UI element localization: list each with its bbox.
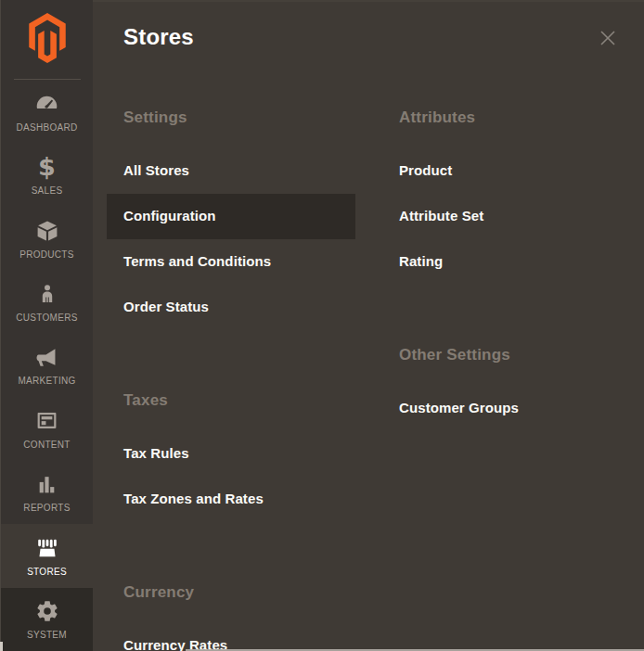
box-icon	[35, 218, 59, 244]
sidebar-item-marketing[interactable]: MARKETING	[1, 334, 93, 397]
currency-list: Currency Rates	[107, 623, 355, 651]
sidebar-item-label: STORES	[27, 567, 67, 577]
sidebar-item-sales[interactable]: $ SALES	[1, 143, 93, 206]
flyout-column-1: Settings All Stores Configuration Terms …	[107, 108, 355, 651]
layout-icon	[35, 408, 58, 434]
flyout-item-order-status[interactable]: Order Status	[107, 285, 355, 330]
section-other-settings: Other Settings Customer Groups	[382, 346, 631, 431]
sidebar-item-label: CUSTOMERS	[16, 313, 77, 323]
close-icon	[598, 28, 618, 48]
flyout-header: Stores	[93, 2, 644, 50]
section-settings: Settings All Stores Configuration Terms …	[107, 108, 355, 330]
gear-icon	[35, 598, 59, 624]
other-settings-list: Customer Groups	[382, 386, 631, 431]
sidebar-nav: DASHBOARD $ SALES PRODUCTS	[1, 80, 93, 651]
stores-flyout-panel: Stores Settings All Stores Configuration…	[93, 0, 644, 651]
megaphone-icon	[35, 344, 59, 370]
admin-sidebar: DASHBOARD $ SALES PRODUCTS	[0, 0, 93, 651]
sidebar-item-label: CONTENT	[23, 440, 70, 450]
sidebar-item-label: REPORTS	[23, 503, 70, 513]
taxes-list: Tax Rules Tax Zones and Rates	[107, 431, 355, 522]
sidebar-item-stores[interactable]: STORES	[1, 524, 93, 587]
section-heading-taxes: Taxes	[123, 391, 355, 410]
flyout-item-tax-zones-and-rates[interactable]: Tax Zones and Rates	[107, 477, 355, 522]
sidebar-item-products[interactable]: PRODUCTS	[1, 207, 93, 270]
sidebar-item-content[interactable]: CONTENT	[1, 397, 93, 460]
storefront-icon	[34, 535, 60, 561]
section-taxes: Taxes Tax Rules Tax Zones and Rates	[107, 391, 355, 522]
sidebar-item-label: DASHBOARD	[16, 122, 77, 133]
section-attributes: Attributes Product Attribute Set Rating	[382, 108, 631, 285]
flyout-item-terms-and-conditions[interactable]: Terms and Conditions	[107, 239, 355, 285]
dashboard-gauge-icon	[34, 91, 59, 117]
flyout-columns: Settings All Stores Configuration Terms …	[93, 108, 644, 651]
sidebar-item-label: SALES	[32, 185, 63, 196]
corner-notch	[0, 642, 3, 651]
sidebar-item-label: SYSTEM	[27, 630, 67, 640]
section-heading-settings: Settings	[123, 108, 355, 127]
sidebar-item-reports[interactable]: REPORTS	[1, 461, 93, 524]
bar-chart-icon	[35, 471, 58, 497]
sidebar-item-customers[interactable]: CUSTOMERS	[1, 270, 93, 333]
flyout-title: Stores	[123, 24, 616, 50]
section-heading-currency: Currency	[123, 583, 355, 602]
settings-list: All Stores Configuration Terms and Condi…	[107, 148, 355, 330]
flyout-column-2: Attributes Product Attribute Set Rating …	[382, 108, 631, 492]
flyout-item-customer-groups[interactable]: Customer Groups	[382, 386, 631, 431]
flyout-item-configuration[interactable]: Configuration	[107, 194, 355, 239]
flyout-item-tax-rules[interactable]: Tax Rules	[107, 431, 355, 477]
flyout-item-product[interactable]: Product	[382, 148, 631, 194]
sidebar-item-system[interactable]: SYSTEM	[1, 588, 93, 651]
flyout-item-all-stores[interactable]: All Stores	[107, 148, 355, 194]
flyout-item-currency-rates[interactable]: Currency Rates	[107, 623, 355, 651]
flyout-item-rating[interactable]: Rating	[382, 239, 631, 285]
logo-divider	[14, 79, 81, 80]
flyout-item-attribute-set[interactable]: Attribute Set	[382, 194, 631, 239]
section-heading-other-settings: Other Settings	[399, 346, 631, 364]
magento-admin-screen: DASHBOARD $ SALES PRODUCTS	[0, 0, 644, 651]
close-button[interactable]	[596, 26, 620, 50]
magento-logo-icon	[26, 13, 69, 67]
section-heading-attributes: Attributes	[399, 108, 631, 127]
person-icon	[36, 281, 58, 307]
sidebar-item-label: PRODUCTS	[19, 249, 74, 260]
attributes-list: Product Attribute Set Rating	[382, 148, 631, 285]
section-currency: Currency Currency Rates	[107, 583, 355, 651]
sidebar-item-dashboard[interactable]: DASHBOARD	[1, 80, 93, 143]
sidebar-item-label: MARKETING	[18, 376, 75, 386]
logo-block[interactable]	[1, 0, 93, 80]
dollar-icon: $	[38, 154, 56, 180]
